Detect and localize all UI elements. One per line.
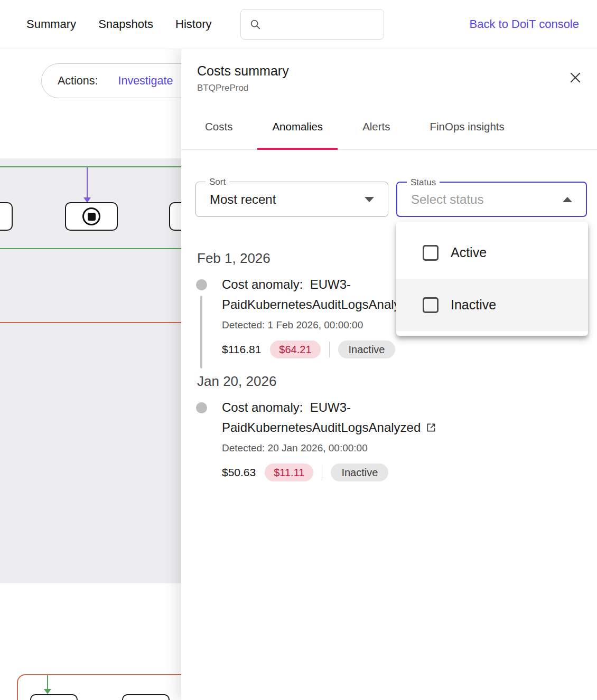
delta-badge: $64.21: [270, 340, 320, 358]
anomaly-title-text: Cost anomaly: EUW3-PaidKubernetesAuditLo…: [222, 400, 421, 434]
delta-badge: $11.11: [265, 463, 313, 481]
stop-icon: [82, 207, 100, 225]
checkbox-icon[interactable]: [423, 297, 439, 313]
tab-finops-insights[interactable]: FinOps insights: [415, 103, 519, 149]
tab-anomalies[interactable]: Anomalies: [257, 103, 338, 149]
costs-summary-panel: Costs summary BTQPreProd Costs Anomalies…: [181, 49, 597, 700]
sort-label: Sort: [206, 177, 229, 187]
menu-option-inactive[interactable]: Inactive: [396, 279, 588, 331]
checkbox-icon[interactable]: [423, 245, 439, 261]
chips-row: $50.63 $11.11 Inactive: [222, 463, 581, 481]
anomaly-title-text: Cost anomaly: EUW3-PaidKubernetesAuditLo…: [222, 277, 421, 311]
lane-border-red: [0, 322, 191, 323]
group-date: Jan 20, 2026: [197, 373, 581, 389]
chip-divider: [329, 342, 330, 357]
diagram-node-bottom-right[interactable]: [122, 694, 170, 700]
tab-alerts[interactable]: Alerts: [348, 103, 405, 149]
chevron-up-icon: [563, 197, 572, 202]
diagram-node-bottom-left[interactable]: [30, 694, 78, 700]
cost-value: $116.81: [222, 343, 261, 356]
actions-label: Actions:: [58, 74, 98, 88]
anomaly-item[interactable]: Cost anomaly: EUW3-PaidKubernetesAuditLo…: [197, 398, 581, 496]
sort-value: Most recent: [196, 192, 276, 207]
global-search: [240, 9, 384, 40]
edge-purple: [87, 167, 88, 197]
status-badge: Inactive: [338, 340, 396, 358]
search-input[interactable]: [266, 10, 375, 39]
timeline-dot: [196, 402, 207, 413]
lane-border-green-bottom: [0, 248, 191, 249]
diagram-node-stop[interactable]: [65, 202, 118, 231]
chevron-down-icon: [365, 197, 374, 202]
lane-border-green-top: [0, 166, 191, 167]
cost-value: $50.63: [222, 466, 256, 479]
menu-option-active[interactable]: Active: [396, 226, 588, 279]
panel-subtitle: BTQPreProd: [197, 82, 581, 94]
status-label: Status: [407, 177, 440, 187]
panel-header: Costs summary BTQPreProd: [181, 49, 597, 94]
external-link-icon[interactable]: [426, 422, 436, 433]
sort-select[interactable]: Sort Most recent: [195, 182, 388, 217]
panel-title: Costs summary: [197, 62, 581, 79]
close-icon: [568, 70, 583, 85]
search-icon: [249, 18, 261, 30]
status-select[interactable]: Status Select status: [396, 182, 587, 217]
menu-option-label: Active: [451, 245, 487, 260]
nav-item-snapshots[interactable]: Snapshots: [98, 17, 153, 31]
anomaly-title[interactable]: Cost anomaly: EUW3-PaidKubernetesAuditLo…: [222, 398, 475, 438]
actions-pill: Actions: Investigate: [41, 63, 205, 98]
back-to-console-link[interactable]: Back to DoiT console: [470, 17, 579, 31]
diagram-node-left[interactable]: [0, 202, 13, 231]
edge-green: [47, 675, 48, 689]
chip-divider: [322, 465, 322, 480]
nav-item-summary[interactable]: Summary: [26, 17, 76, 31]
menu-option-label: Inactive: [451, 297, 496, 313]
filters-row: Sort Most recent Status Select status: [181, 182, 597, 217]
timeline-dot: [196, 279, 207, 290]
arrow-down-green-icon: [44, 689, 51, 694]
status-value: Select status: [397, 192, 483, 207]
tab-costs[interactable]: Costs: [190, 103, 247, 149]
detected-timestamp: Detected: 20 Jan 2026, 00:00:00: [222, 442, 581, 455]
status-badge: Inactive: [331, 463, 388, 481]
chips-row: $116.81 $64.21 Inactive: [222, 340, 581, 358]
top-nav: Summary Snapshots History Back to DoiT c…: [0, 0, 597, 49]
tab-bar: Costs Anomalies Alerts FinOps insights: [181, 94, 597, 150]
close-button[interactable]: [566, 69, 584, 87]
nav-item-history[interactable]: History: [175, 17, 211, 31]
anomaly-group: Jan 20, 2026 Cost anomaly: EUW3-PaidKube…: [197, 373, 581, 496]
status-menu: Active Inactive: [396, 222, 588, 336]
investigate-link[interactable]: Investigate: [118, 74, 173, 88]
timeline-connector: [200, 296, 202, 368]
